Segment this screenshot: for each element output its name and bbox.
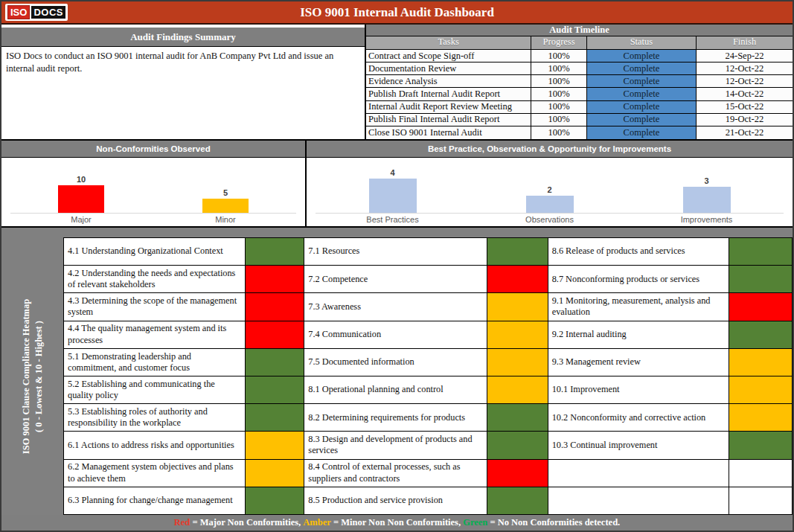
heatmap-clause-label: 4.3 Determining the scope of the managem… xyxy=(64,293,246,321)
heatmap-clause-label: 7.3 Awareness xyxy=(304,293,487,321)
timeline-finish-cell: 24-Sep-22 xyxy=(697,50,793,63)
heatmap-score-cell-green xyxy=(246,404,305,432)
chart-plot-1: 423 xyxy=(307,158,793,213)
heatmap-clause-label: 6.3 Planning for change/change managemen… xyxy=(64,487,246,515)
bar-group-minor: 5 xyxy=(153,188,298,213)
bar-value-label: 4 xyxy=(390,168,394,177)
heatmap-clause-label: 4.2 Understanding the needs and expectat… xyxy=(64,266,246,293)
timeline-row: Evidence Analysis100%Complete12-Oct-22 xyxy=(366,75,793,88)
legend-segment: = Minor Non Non Conformities, xyxy=(331,517,463,528)
bar-observations xyxy=(526,196,574,213)
timeline-finish-cell: 15-Oct-22 xyxy=(697,101,793,114)
heatmap-clause-label: 5.3 Establishing roles of authority and … xyxy=(64,404,246,432)
audit-findings-panel: Audit Findings Summary ISO Docs to condu… xyxy=(1,25,366,139)
chart-cats-0: MajorMinor xyxy=(1,214,305,226)
heatmap-score-cell-amber xyxy=(729,376,793,404)
heatmap-score-cell-blank xyxy=(729,487,793,515)
bar-value-label: 5 xyxy=(223,188,228,197)
timeline-row: Publish Final Internal Audit Report100%C… xyxy=(366,114,793,126)
heatmap-clause-label: 8.3 Design and development of products a… xyxy=(304,432,487,459)
legend-segment: = No Non Conformities detected. xyxy=(487,517,620,528)
findings-description: ISO Docs to conduct an ISO 9001 internal… xyxy=(1,47,365,139)
bar-group-improvements: 3 xyxy=(628,176,785,213)
heatmap-score-cell-green xyxy=(487,432,548,459)
heatmap-score-cell-amber xyxy=(246,460,305,487)
heatmap-score-cell-green xyxy=(487,487,548,515)
heatmap-clause-label: 5.2 Establishing and communicating the q… xyxy=(64,376,246,404)
heatmap-score-cell-green xyxy=(729,321,793,349)
timeline-task-cell: Close ISO 9001 Internal Audit xyxy=(366,126,531,139)
heatmap-clause-label: 4.1 Understanding Organizational Context xyxy=(64,238,246,266)
heatmap-clause-label: 8.7 Nonconforming products or services xyxy=(548,266,730,293)
legend-bar: Red = Major Non Conformities, Amber = Mi… xyxy=(1,515,793,531)
heatmap-score-cell-green xyxy=(729,432,793,459)
timeline-task-cell: Evidence Analysis xyxy=(366,75,531,88)
heatmap-sidebar-line2: ( 0 - Lowest & 10 - Highest ) xyxy=(33,254,45,499)
heatmap-clause-label: 9.3 Management review xyxy=(548,349,730,376)
nonconformities-chart-title: Non-Conformities Observed xyxy=(1,141,305,158)
heatmap-clause-label: 9.2 Internal auditing xyxy=(548,321,730,349)
bar-value-label: 2 xyxy=(547,185,551,194)
heatmap-score-cell-amber xyxy=(487,321,548,349)
heatmap-score-cell-red xyxy=(246,321,305,349)
heatmap-clause-label: 6.2 Management system objectives and pla… xyxy=(64,460,246,487)
timeline-progress-cell: 100% xyxy=(531,126,586,139)
heatmap-clause-label: 7.4 Communication xyxy=(304,321,487,349)
timeline-task-cell: Documentation Review xyxy=(366,63,531,75)
timeline-finish-cell: 14-Oct-22 xyxy=(697,88,793,100)
charts-row: Non-Conformities Observed 105 MajorMinor… xyxy=(1,141,793,228)
timeline-progress-cell: 100% xyxy=(531,101,586,114)
timeline-col-header-tasks: Tasks xyxy=(366,36,531,50)
chart-plot-0: 105 xyxy=(1,158,305,213)
legend-segment: Green xyxy=(463,517,487,528)
heatmap-clause-label: 7.5 Documented information xyxy=(304,349,487,376)
heatmap-score-cell-green xyxy=(246,487,305,515)
timeline-progress-cell: 100% xyxy=(531,88,586,100)
heatmap-grid: 4.1 Understanding Organizational Context… xyxy=(63,237,793,515)
timeline-progress-cell: 100% xyxy=(531,63,586,75)
timeline-status-cell: Complete xyxy=(587,75,697,88)
heatmap-clause-label: 6.1 Actions to address risks and opportu… xyxy=(64,432,246,459)
heatmap-score-cell-red xyxy=(246,266,305,293)
chart-cats-1: Best PracticesObservationsImprovements xyxy=(307,214,793,226)
best-practice-chart-title: Best Practice, Observation & Opportunity… xyxy=(307,141,793,158)
best-practice-chart: Best Practice, Observation & Opportunity… xyxy=(307,141,793,226)
heatmap-clause-label: 10.3 Continual improvement xyxy=(548,432,730,459)
timeline-status-cell: Complete xyxy=(587,101,697,114)
heatmap-sidebar: ISO 9001 Clause Compliance Heatmap ( 0 -… xyxy=(1,237,63,515)
heatmap-clause-label: 5.1 Demonstrating leadership and commitm… xyxy=(64,349,246,376)
heatmap-score-cell-amber xyxy=(487,293,548,321)
timeline-row: Documentation Review100%Complete12-Oct-2… xyxy=(366,63,793,75)
heatmap-score-cell-red xyxy=(246,293,305,321)
timeline-row: Contract and Scope Sign-off100%Complete2… xyxy=(366,50,793,63)
timeline-progress-cell: 100% xyxy=(531,75,586,88)
app-header: ISODOCS ISO 9001 Internal Audit Dashboar… xyxy=(1,1,793,25)
timeline-task-cell: Contract and Scope Sign-off xyxy=(366,50,531,63)
heatmap-score-cell-green xyxy=(246,376,305,404)
timeline-status-cell: Complete xyxy=(587,50,697,63)
heatmap-score-cell-amber xyxy=(729,349,793,376)
timeline-finish-cell: 19-Oct-22 xyxy=(697,114,793,126)
timeline-status-cell: Complete xyxy=(587,63,697,75)
heatmap-clause-label: 4.4 The quality management system and it… xyxy=(64,321,246,349)
heatmap-score-cell-blank xyxy=(729,460,793,487)
category-label: Improvements xyxy=(628,214,785,226)
heatmap-score-cell-red xyxy=(487,266,548,293)
heatmap-score-cell-green xyxy=(487,238,548,266)
bar-value-label: 3 xyxy=(704,176,708,185)
bar-group-best-practices: 4 xyxy=(314,168,471,213)
legend-segment: = Major Non Conformities, xyxy=(190,517,303,528)
compliance-heatmap-section: ISO 9001 Clause Compliance Heatmap ( 0 -… xyxy=(1,228,793,515)
timeline-col-header-progress: Progress xyxy=(531,36,586,50)
bar-group-major: 10 xyxy=(9,175,153,213)
heatmap-score-cell-amber xyxy=(487,349,548,376)
timeline-finish-cell: 12-Oct-22 xyxy=(697,75,793,88)
timeline-col-header-status: Status xyxy=(587,36,697,50)
timeline-row: Close ISO 9001 Internal Audit100%Complet… xyxy=(366,126,793,139)
page-title: ISO 9001 Internal Audit Dashboard xyxy=(1,5,793,20)
timeline-header-row: TasksProgressStatusFinish xyxy=(366,36,793,50)
heatmap-clause-label: 8.5 Production and service provision xyxy=(304,487,487,515)
heatmap-score-cell-amber xyxy=(729,404,793,432)
legend-segment: Amber xyxy=(303,517,331,528)
heatmap-clause-label: 7.1 Resources xyxy=(304,238,487,266)
